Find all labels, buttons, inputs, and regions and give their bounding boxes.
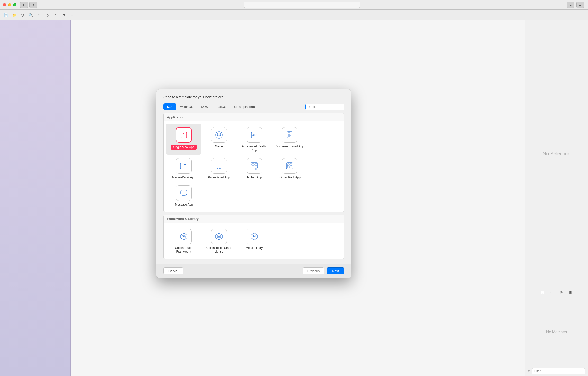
svg-point-24 [219, 168, 220, 169]
bookmark-icon[interactable]: ◇ [44, 12, 51, 19]
game-label: Game [215, 145, 223, 149]
svg-point-46 [219, 236, 219, 237]
imessage-label: iMessage App [175, 203, 193, 207]
template-cocoa-framework[interactable]: Cocoa Touch Framework [166, 225, 201, 256]
flag-icon[interactable]: ⚑ [60, 12, 67, 19]
next-button[interactable]: Next [327, 267, 344, 274]
arrow-icon[interactable]: → [69, 12, 75, 19]
toolbar-controls: ▶ ■ [20, 2, 37, 8]
template-document[interactable]: Document Based App [272, 124, 307, 155]
template-metal[interactable]: M Metal Library [237, 225, 272, 256]
svg-text:AR: AR [252, 133, 256, 137]
svg-rect-30 [252, 164, 254, 166]
svg-rect-19 [180, 163, 187, 169]
cocoa-static-icon [211, 229, 227, 244]
tabbed-label: Tabbed App [247, 176, 262, 180]
metal-svg: M [250, 232, 259, 241]
rs-target-icon[interactable]: ◎ [558, 289, 565, 296]
rs-code-icon[interactable]: { } [549, 289, 555, 296]
stop-button[interactable]: ■ [30, 2, 37, 8]
ar-svg: AR [250, 130, 259, 139]
template-tabbed[interactable]: Tabbed App [237, 155, 272, 182]
template-ar[interactable]: AR Augmented Reality App [237, 124, 272, 155]
right-sidebar-toolbar: 📄 { } ◎ ⊞ [525, 287, 588, 298]
dialog-overlay: Choose a template for your new project: … [71, 21, 525, 376]
no-matches-text: No Matches [546, 330, 567, 334]
ar-label: Augmented Reality App [239, 145, 269, 152]
master-detail-icon [176, 158, 191, 174]
cocoa-static-label: Cocoa Touch Static Library [204, 246, 234, 254]
ar-icon: AR [247, 127, 262, 143]
cocoa-framework-svg [179, 232, 188, 241]
filter-input[interactable] [305, 104, 344, 110]
template-imessage[interactable]: iMessage App [166, 182, 201, 209]
run-button[interactable]: ▶ [20, 2, 28, 8]
left-sidebar [0, 21, 71, 376]
rs-grid-icon[interactable]: ⊞ [567, 289, 574, 296]
application-section-header: Application [164, 113, 344, 121]
maximize-button[interactable] [13, 3, 16, 6]
traffic-lights [3, 3, 16, 6]
sticker-pack-svg [285, 161, 294, 170]
svg-rect-22 [216, 163, 222, 168]
svg-rect-29 [255, 169, 257, 170]
svg-rect-31 [255, 164, 257, 166]
tab-watchos[interactable]: watchOS [177, 104, 197, 110]
metal-icon: M [247, 229, 262, 244]
page-based-icon [211, 158, 227, 174]
svg-rect-32 [286, 163, 293, 169]
warning-icon[interactable]: ⚠ [36, 12, 42, 19]
template-game[interactable]: Game [201, 124, 237, 155]
right-sidebar: No Selection 📄 { } ◎ ⊞ No Matches ⊙ [525, 21, 588, 376]
filter-wrapper: ⊙ [305, 104, 344, 110]
master-detail-label: Master-Detail App [172, 176, 195, 180]
tab-ios[interactable]: iOS [163, 104, 177, 110]
template-single-view[interactable]: 1 Single View App [166, 124, 201, 155]
svg-text:1: 1 [182, 132, 185, 137]
document-label: Document Based App [275, 145, 304, 149]
minimize-button[interactable] [8, 3, 11, 6]
list-icon[interactable]: ≡ [52, 12, 59, 19]
titlebar-search-input[interactable] [244, 2, 360, 8]
tabbed-svg [250, 161, 259, 170]
template-master-detail[interactable]: Master-Detail App [166, 155, 201, 182]
svg-rect-26 [251, 163, 258, 168]
svg-rect-37 [181, 190, 187, 195]
rs-new-file-icon[interactable]: 📄 [539, 289, 546, 296]
sidebar-toggle-left[interactable]: ☰ [567, 2, 574, 8]
game-icon [211, 127, 227, 143]
sidebar-toggle-right[interactable]: ☰ [576, 2, 584, 8]
svg-rect-28 [252, 169, 253, 170]
template-sticker-pack[interactable]: Sticker Pack App [272, 155, 307, 182]
add-group-icon[interactable]: 📁 [11, 12, 18, 19]
template-page-based[interactable]: Page-Based App [201, 155, 237, 182]
no-matches-area: No Matches [525, 298, 588, 366]
hierarchy-icon[interactable]: ⬡ [19, 12, 26, 19]
cancel-button[interactable]: Cancel [163, 267, 183, 274]
previous-button[interactable]: Previous [303, 267, 325, 274]
cocoa-static-svg [215, 232, 223, 241]
dialog-body: Choose a template for your new project: … [157, 89, 351, 264]
titlebar-search [37, 2, 567, 8]
sticker-pack-icon [282, 158, 297, 174]
platform-tabs: iOS watchOS tvOS macOS Cross-platform ⊙ [163, 104, 344, 110]
document-svg [285, 130, 294, 139]
tab-macos[interactable]: macOS [212, 104, 230, 110]
imessage-svg [179, 189, 188, 197]
svg-point-45 [218, 236, 218, 237]
tab-crossplatform[interactable]: Cross-platform [230, 104, 259, 110]
svg-rect-16 [288, 132, 290, 134]
framework-grid: Cocoa Touch Framework [164, 223, 344, 259]
svg-point-47 [220, 236, 220, 237]
template-cocoa-static[interactable]: Cocoa Touch Static Library [201, 225, 237, 256]
master-detail-svg [179, 161, 188, 170]
search-icon[interactable]: 🔍 [27, 12, 34, 19]
new-file-icon[interactable]: 📄 [2, 12, 9, 19]
tabbed-icon [247, 158, 262, 174]
rs-filter-input[interactable] [532, 368, 585, 374]
close-button[interactable] [3, 3, 6, 6]
no-selection-area: No Selection [525, 21, 588, 287]
single-view-label: Single View App [171, 145, 197, 150]
svg-rect-36 [290, 166, 292, 168]
tab-tvos[interactable]: tvOS [197, 104, 212, 110]
